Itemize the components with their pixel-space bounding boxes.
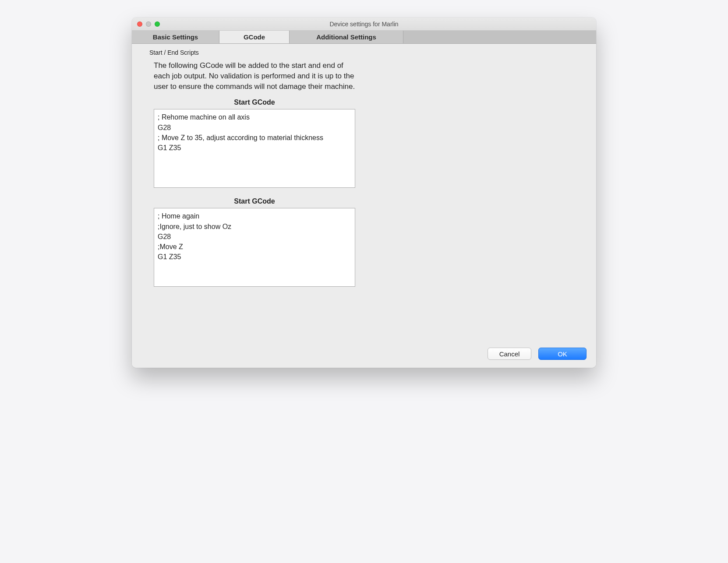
section-description: The following GCode will be added to the… bbox=[154, 60, 355, 91]
cancel-button[interactable]: Cancel bbox=[488, 348, 531, 360]
tab-basic-settings[interactable]: Basic Settings bbox=[132, 31, 219, 43]
tab-spacer bbox=[403, 31, 596, 43]
tab-additional-settings[interactable]: Additional Settings bbox=[290, 31, 403, 43]
tab-bar: Basic Settings GCode Additional Settings bbox=[132, 31, 596, 44]
window-controls bbox=[132, 21, 160, 27]
close-icon[interactable] bbox=[137, 21, 142, 27]
ok-button[interactable]: OK bbox=[538, 348, 587, 360]
settings-window: Device settings for Marlin Basic Setting… bbox=[132, 18, 596, 368]
content-area: Start / End Scripts The following GCode … bbox=[132, 44, 596, 341]
minimize-icon bbox=[146, 21, 151, 27]
titlebar: Device settings for Marlin bbox=[132, 18, 596, 31]
end-gcode-group: Start GCode bbox=[154, 197, 355, 289]
section-heading: Start / End Scripts bbox=[149, 49, 579, 60]
zoom-icon[interactable] bbox=[155, 21, 160, 27]
end-gcode-input[interactable] bbox=[154, 208, 355, 287]
start-gcode-input[interactable] bbox=[154, 109, 355, 188]
start-gcode-label: Start GCode bbox=[154, 99, 355, 106]
window-title: Device settings for Marlin bbox=[132, 21, 596, 28]
dialog-buttons: Cancel OK bbox=[132, 341, 596, 368]
end-gcode-label: Start GCode bbox=[154, 197, 355, 205]
start-gcode-group: Start GCode bbox=[154, 99, 355, 190]
tab-gcode[interactable]: GCode bbox=[219, 31, 290, 43]
